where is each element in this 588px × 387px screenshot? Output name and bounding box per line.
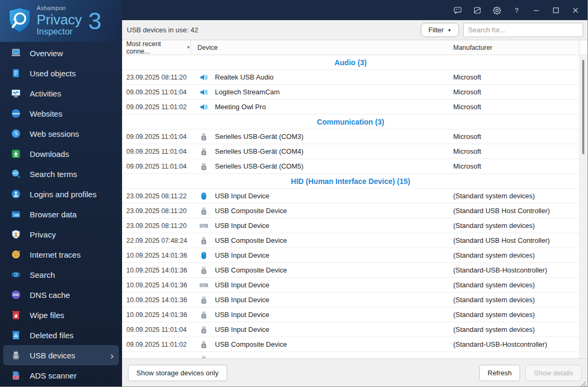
www-globe-icon: www bbox=[11, 108, 21, 119]
sidebar-item-web-sessions[interactable]: Web sessions bbox=[3, 124, 119, 144]
show-details-button[interactable]: Show details bbox=[525, 365, 582, 381]
sidebar-item-label: Activities bbox=[30, 89, 61, 98]
table-header: Most recent conne... ▼ Device Manufactur… bbox=[122, 40, 587, 55]
usb-stick-icon bbox=[11, 350, 21, 360]
show-storage-devices-only-button[interactable]: Show storage devices only bbox=[128, 365, 227, 381]
table-row[interactable]: 10.09.2025 14:01:36USB Input Device(Stan… bbox=[122, 293, 579, 307]
row-device: USB Input Device bbox=[215, 281, 270, 289]
row-date: 23.09.2025 08:11:20 bbox=[122, 222, 191, 230]
table-row[interactable]: 09.09.2025 11:01:04USB Input Device(Stan… bbox=[122, 322, 579, 337]
table-row[interactable]: 23.09.2025 08:11:22USB Input Device(Stan… bbox=[122, 189, 579, 204]
group-header-hid-human-interface-device-15: HID (Human Interface Device) (15) bbox=[122, 174, 579, 189]
row-date: 10.09.2025 14:01:36 bbox=[122, 282, 191, 289]
table-row[interactable]: 10.09.2025 14:01:36USB Input Device(Stan… bbox=[122, 307, 579, 322]
resize-grip[interactable] bbox=[581, 380, 586, 385]
row-device: Meeting Owl Pro bbox=[215, 103, 266, 111]
sidebar-item-downloads[interactable]: Downloads bbox=[3, 144, 119, 164]
table-row[interactable]: 09.09.2025 11:01:04Serielles USB-Gerät (… bbox=[122, 159, 579, 174]
sidebar-item-internet-traces[interactable]: Internet traces bbox=[3, 244, 119, 265]
sidebar-item-search[interactable]: Search bbox=[3, 265, 119, 285]
product-name-line1: Privacy bbox=[37, 13, 82, 27]
sidebar-item-activities[interactable]: Activities bbox=[3, 83, 119, 103]
table-row[interactable]: 23.09.2025 08:11:20Realtek USB AudioMicr… bbox=[122, 70, 579, 85]
minimize-icon[interactable] bbox=[532, 6, 541, 15]
table-row[interactable]: 09.09.2025 11:01:02USB Composite Device(… bbox=[122, 337, 579, 352]
sidebar-item-ads-scanner[interactable]: ADSADS scanner bbox=[3, 365, 119, 385]
feedback-icon[interactable] bbox=[453, 6, 462, 15]
refresh-button[interactable]: Refresh bbox=[479, 365, 521, 381]
group-title: Audio (3) bbox=[334, 58, 367, 67]
table-row[interactable]: 09.09.2025 11:01:04Serielles USB-Gerät (… bbox=[122, 144, 579, 159]
theme-icon[interactable] bbox=[473, 6, 482, 15]
row-manufacturer: (Standard system devices) bbox=[453, 311, 579, 319]
table-row[interactable]: 09.09.2025 11:01:02Meeting Owl ProMicros… bbox=[122, 100, 579, 115]
header-scrollbar-gutter bbox=[579, 40, 587, 55]
column-header-manufacturer[interactable]: Manufacturer bbox=[453, 40, 579, 55]
table-row[interactable]: 10.09.2025 14:01:36USB Input Device(Stan… bbox=[122, 278, 579, 293]
svg-text:DNS: DNS bbox=[13, 293, 19, 296]
row-date: 23.09.2025 08:11:20 bbox=[122, 74, 191, 81]
sort-desc-icon: ▼ bbox=[186, 45, 191, 50]
sidebar-item-label: Search terms bbox=[30, 170, 77, 179]
sidebar-item-dns-cache[interactable]: DNSDNS cache bbox=[3, 285, 119, 305]
close-icon[interactable] bbox=[571, 6, 580, 15]
sidebar-item-logins-and-profiles[interactable]: Logins and profiles bbox=[3, 184, 119, 204]
sidebar-item-deleted-files[interactable]: Deleted files bbox=[3, 325, 119, 345]
column-header-device[interactable]: Device bbox=[191, 40, 453, 55]
sidebar-item-used-objects[interactable]: Used objects bbox=[3, 63, 119, 83]
row-date: 09.09.2025 11:01:04 bbox=[122, 133, 191, 140]
table-row[interactable] bbox=[122, 352, 579, 358]
column-header-most-recent-connection[interactable]: Most recent conne... ▼ bbox=[122, 40, 191, 55]
speaker-icon bbox=[199, 73, 209, 82]
user-icon bbox=[11, 189, 21, 199]
sidebar-item-overview[interactable]: Overview bbox=[3, 43, 119, 63]
recycle-trash-icon bbox=[11, 330, 21, 340]
table-row[interactable]: 10.09.2025 14:01:36USB Composite Device(… bbox=[122, 263, 579, 278]
shield-magnifier-logo-icon: 010 bbox=[7, 7, 32, 36]
sidebar-item-label: Websites bbox=[30, 109, 62, 118]
titlebar: ? bbox=[122, 0, 587, 20]
wipe-trash-icon bbox=[11, 310, 21, 320]
help-icon[interactable]: ? bbox=[512, 6, 521, 15]
row-manufacturer: Microsoft bbox=[453, 133, 579, 140]
sidebar-item-search-terms[interactable]: Search terms bbox=[3, 164, 119, 184]
vertical-scrollbar[interactable] bbox=[579, 55, 587, 358]
download-icon bbox=[11, 148, 21, 159]
keyboard-icon bbox=[199, 280, 209, 290]
table-row[interactable]: 09.09.2025 11:01:04Serielles USB-Gerät (… bbox=[122, 129, 579, 144]
row-device: USB Input Device bbox=[215, 192, 270, 200]
settings-gear-icon[interactable] bbox=[492, 6, 501, 15]
table-row[interactable]: 09.09.2025 11:01:04Logitech StreamCamMic… bbox=[122, 85, 579, 100]
table-row[interactable]: 10.09.2025 14:01:36USB Input Device(Stan… bbox=[122, 248, 579, 263]
sidebar-item-label: DNS cache bbox=[30, 291, 70, 300]
svg-text:www: www bbox=[12, 112, 20, 115]
search-input[interactable] bbox=[463, 23, 583, 37]
toolbar: USB devices in use: 42 Filter ▼ bbox=[122, 20, 587, 40]
laptop-icon bbox=[11, 48, 21, 58]
speaker-icon bbox=[199, 102, 209, 112]
sidebar-item-usb-devices[interactable]: USB devices› bbox=[3, 345, 119, 365]
table-row[interactable]: 22.09.2025 07:48:24USB Composite Device(… bbox=[122, 233, 579, 248]
product-name-line2: Inspector bbox=[37, 27, 82, 36]
row-date: 09.09.2025 11:01:02 bbox=[122, 103, 191, 111]
mouse-icon bbox=[199, 191, 209, 201]
maximize-icon[interactable] bbox=[551, 6, 560, 15]
table-row[interactable]: 23.09.2025 08:11:20USB Composite Device(… bbox=[122, 204, 579, 218]
chevron-right-icon: › bbox=[110, 350, 114, 360]
sidebar-item-label: Internet traces bbox=[30, 250, 81, 259]
brand-name: Ashampoo bbox=[37, 5, 82, 12]
sidebar-item-label: Search bbox=[30, 270, 55, 279]
row-device: USB Input Device bbox=[215, 311, 270, 319]
scrollbar-thumb[interactable] bbox=[582, 60, 584, 154]
sidebar-item-label: USB devices bbox=[30, 351, 75, 360]
filter-button[interactable]: Filter ▼ bbox=[421, 23, 459, 37]
usb-plug-icon bbox=[199, 236, 209, 245]
sidebar-item-privacy[interactable]: Privacy bbox=[3, 224, 119, 244]
table-row[interactable]: 23.09.2025 08:11:20USB Input Device(Stan… bbox=[122, 218, 579, 233]
sidebar-item-browser-data[interactable]: Browser data bbox=[3, 204, 119, 224]
app-logo: 010 Ashampoo Privacy Inspector 3 bbox=[0, 0, 122, 42]
dns-icon: DNS bbox=[11, 289, 21, 300]
sidebar-item-websites[interactable]: wwwWebsites bbox=[3, 103, 119, 124]
sidebar-item-wipe-files[interactable]: Wipe files bbox=[3, 305, 119, 325]
sidebar-item-label: Used objects bbox=[30, 69, 76, 78]
